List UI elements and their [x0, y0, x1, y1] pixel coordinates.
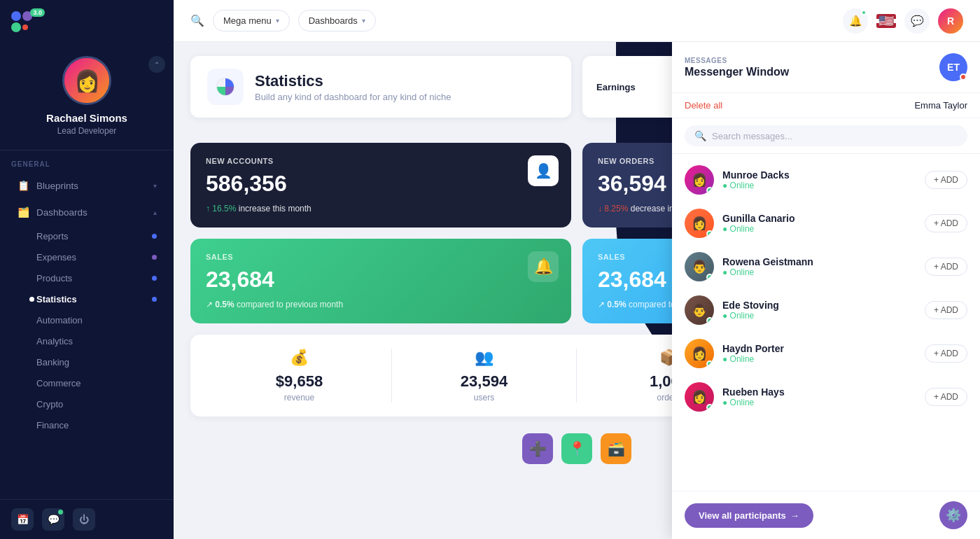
add-contact-button[interactable]: + ADD [925, 301, 967, 319]
contact-name: Ede Stoving [722, 300, 916, 311]
messenger-search: 🔍 [672, 118, 980, 154]
contact-item-munroe[interactable]: 👩 Munroe Dacks ● Online + ADD [672, 158, 980, 202]
products-dot [152, 276, 157, 281]
sidebar-item-blueprints[interactable]: 📋 Blueprints ▾ [6, 173, 168, 198]
version-badge: 3.0 [30, 8, 45, 17]
contact-status: ● Online [722, 311, 916, 321]
new-accounts-change: ↑ 16.5% increase this month [206, 204, 556, 214]
messenger-panel: MESSAGES Messenger Window ET Delete all … [672, 42, 980, 539]
contact-info: Gunilla Canario ● Online [722, 213, 916, 234]
sidebar-item-crypto[interactable]: Crypto [25, 394, 168, 414]
contact-avatar: 👩 [685, 339, 714, 368]
sidebar: 3.0 ⌃ 👩 Rachael Simons Lead Developer GE… [0, 0, 174, 539]
pie-chart-icon [216, 77, 235, 97]
settings-button[interactable]: ⚙️ [939, 501, 967, 529]
sidebar-item-commerce[interactable]: Commerce [25, 373, 168, 393]
delete-all-button[interactable]: Delete all [685, 100, 722, 111]
sidebar-item-expenses[interactable]: Expenses [25, 247, 168, 267]
contact-list: 👩 Munroe Dacks ● Online + ADD 👩 [672, 154, 980, 491]
contact-info: Rowena Geistmann ● Online [722, 256, 916, 277]
contact-status: ● Online [722, 224, 916, 234]
message-button[interactable]: 💬 [904, 8, 930, 34]
contact-item-haydn[interactable]: 👩 Haydn Porter ● Online + ADD [672, 332, 980, 375]
add-contact-button[interactable]: + ADD [925, 171, 967, 189]
sidebar-item-automation[interactable]: Automation [25, 310, 168, 330]
user-avatar[interactable]: R [938, 8, 963, 34]
chevron-down-icon: ▾ [153, 182, 157, 190]
online-indicator [706, 317, 713, 324]
revenue-value: $9,658 [276, 372, 323, 391]
contact-item-gunilla[interactable]: 👩 Gunilla Canario ● Online + ADD [672, 202, 980, 245]
revenue-icon: 💰 [290, 349, 309, 367]
summary-revenue: 💰 $9,658 revenue [207, 349, 392, 402]
active-user-name: Emma Taylor [914, 100, 967, 111]
flag-icon[interactable]: 🇺🇸 [876, 14, 896, 28]
sidebar-item-banking[interactable]: Banking [25, 352, 168, 372]
search-input[interactable] [712, 131, 958, 141]
add-action-button[interactable]: ➕ [522, 433, 553, 464]
contact-avatar: 👨 [685, 295, 714, 325]
dashboards-label: Dashboards [309, 15, 358, 26]
page-content: Statistics Build any kind of dashboard f… [174, 42, 980, 539]
messenger-header-left: MESSAGES Messenger Window [685, 57, 789, 78]
contact-avatar: 👩 [685, 382, 714, 412]
messenger-toolbar: Delete all Emma Taylor [672, 93, 980, 118]
sidebar-item-label: Statistics [36, 294, 145, 304]
contact-status: ● Online [722, 398, 916, 407]
contact-status: ● Online [722, 181, 916, 190]
sidebar-item-finance[interactable]: Finance [25, 415, 168, 435]
location-action-button[interactable]: 📍 [561, 433, 592, 464]
sidebar-collapse-button[interactable]: ⌃ [148, 56, 165, 73]
search-icon: 🔍 [694, 130, 706, 141]
add-contact-button[interactable]: + ADD [925, 258, 967, 276]
sidebar-item-reports[interactable]: Reports [25, 226, 168, 246]
messages-button[interactable]: 💬 [42, 508, 64, 531]
active-indicator [29, 297, 34, 302]
online-indicator [706, 274, 713, 281]
contact-name: Rowena Geistmann [722, 256, 916, 267]
sales-green-change: ↗ 0.5% compared to previous month [206, 300, 556, 309]
messenger-header: MESSAGES Messenger Window ET [672, 42, 980, 93]
contact-avatar: 👩 [685, 165, 714, 195]
mega-menu-label: Mega menu [223, 15, 272, 26]
contact-info: Rueben Hays ● Online [722, 386, 916, 407]
messenger-footer: View all participants → ⚙️ [672, 491, 980, 539]
page-title: Statistics [255, 72, 451, 90]
chevron-down-icon: ▾ [362, 17, 365, 24]
logo-circle-4 [22, 24, 28, 30]
contact-item-rueben[interactable]: 👩 Rueben Hays ● Online + ADD [672, 375, 980, 419]
table-action-button[interactable]: 🗃️ [601, 433, 631, 464]
contact-item-ede[interactable]: 👨 Ede Stoving ● Online + ADD [672, 288, 980, 332]
dashboards-button[interactable]: Dashboards ▾ [298, 10, 376, 31]
expenses-dot [152, 255, 157, 260]
profile-name: Rachael Simons [46, 112, 127, 124]
notification-dot [861, 10, 867, 15]
add-contact-button[interactable]: + ADD [925, 344, 967, 363]
sidebar-item-analytics[interactable]: Analytics [25, 331, 168, 351]
users-value: 23,594 [461, 372, 507, 391]
users-icon: 👥 [475, 349, 493, 367]
sidebar-item-products[interactable]: Products [25, 268, 168, 288]
page-subtitle: Build any kind of dashboard for any kind… [255, 92, 451, 102]
messenger-user-badge: ET [939, 53, 967, 81]
avatar: 👩 [62, 56, 111, 105]
calendar-button[interactable]: 📅 [11, 508, 34, 531]
contact-status: ● Online [722, 354, 916, 364]
sidebar-item-label: Products [36, 273, 145, 284]
add-contact-button[interactable]: + ADD [925, 214, 967, 232]
sidebar-item-label: Expenses [36, 252, 145, 262]
new-accounts-label: NEW ACCOUNTS [206, 157, 556, 165]
sidebar-item-dashboards[interactable]: 🗂️ Dashboards ▴ [6, 200, 168, 225]
power-button[interactable]: ⏻ [73, 508, 95, 531]
mega-menu-button[interactable]: Mega menu ▾ [213, 10, 290, 31]
topbar: 🔍 Mega menu ▾ Dashboards ▾ 🔔 🇺🇸 💬 R [174, 0, 980, 42]
search-icon[interactable]: 🔍 [190, 14, 204, 27]
add-contact-button[interactable]: + ADD [925, 388, 967, 406]
reports-dot [152, 234, 157, 239]
view-all-participants-button[interactable]: View all participants → [685, 503, 813, 528]
sidebar-item-statistics[interactable]: Statistics [25, 289, 168, 309]
contact-item-rowena[interactable]: 👨 Rowena Geistmann ● Online + ADD [672, 245, 980, 288]
sidebar-item-label: Reports [36, 231, 145, 241]
bell-button[interactable]: 🔔 [843, 8, 868, 34]
sidebar-item-label: Dashboards [36, 207, 146, 218]
